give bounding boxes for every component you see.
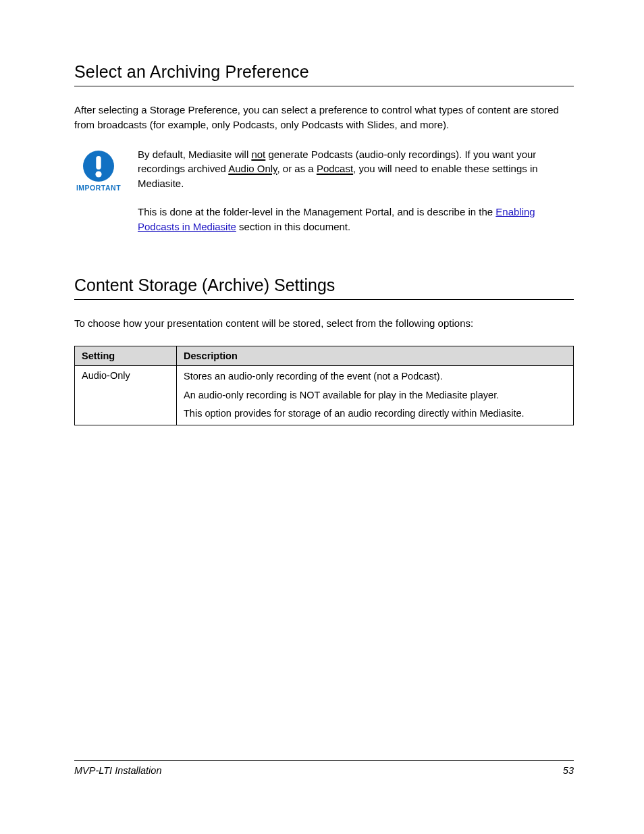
important-icon-label: IMPORTANT — [76, 184, 121, 192]
table-cell-setting: Audio-Only — [75, 366, 177, 425]
desc-line: Stores an audio-only recording of the ev… — [184, 370, 566, 384]
desc-line: This option provides for storage of an a… — [184, 407, 566, 421]
page-footer: MVP-LTI Installation 53 — [74, 760, 574, 776]
svg-rect-1 — [96, 156, 101, 170]
section-divider — [74, 299, 574, 300]
text-fragment: , or as a — [277, 163, 317, 174]
emphasis-audio-only: Audio Only — [228, 163, 277, 174]
archiving-preference-lead: After selecting a Storage Preference, yo… — [74, 103, 574, 132]
desc-line: An audio-only recording is NOT available… — [184, 389, 566, 402]
table-header-description: Description — [177, 346, 574, 366]
text-fragment: section in this document. — [236, 221, 350, 232]
table-row: Audio-Only Stores an audio-only recordin… — [75, 366, 574, 425]
important-paragraph-1: By default, Mediasite will not generate … — [138, 147, 574, 191]
emphasis-not: not — [251, 149, 265, 160]
important-text: By default, Mediasite will not generate … — [138, 147, 574, 248]
important-icon: IMPORTANT — [74, 147, 123, 196]
footer-page-number: 53 — [563, 765, 574, 776]
section-divider — [74, 86, 574, 86]
important-paragraph-2: This is done at the folder-level in the … — [138, 205, 574, 234]
content-storage-lead: To choose how your presentation content … — [74, 316, 574, 331]
table-header-setting: Setting — [75, 346, 177, 366]
table-header-row: Setting Description — [75, 346, 574, 366]
svg-point-2 — [95, 171, 101, 177]
emphasis-podcast: Podcast — [317, 163, 353, 174]
text-fragment: By default, Mediasite will — [138, 149, 251, 160]
settings-table: Setting Description Audio-Only Stores an… — [74, 346, 574, 425]
table-cell-description: Stores an audio-only recording of the ev… — [177, 366, 574, 425]
text-fragment: This is done at the folder-level in the … — [138, 206, 495, 217]
important-callout: IMPORTANT By default, Mediasite will not… — [74, 147, 574, 248]
footer-divider — [74, 760, 574, 761]
footer-doc-title: MVP-LTI Installation — [74, 765, 161, 776]
heading-archiving-preference: Select an Archiving Preference — [74, 62, 574, 82]
heading-content-storage: Content Storage (Archive) Settings — [74, 276, 574, 295]
